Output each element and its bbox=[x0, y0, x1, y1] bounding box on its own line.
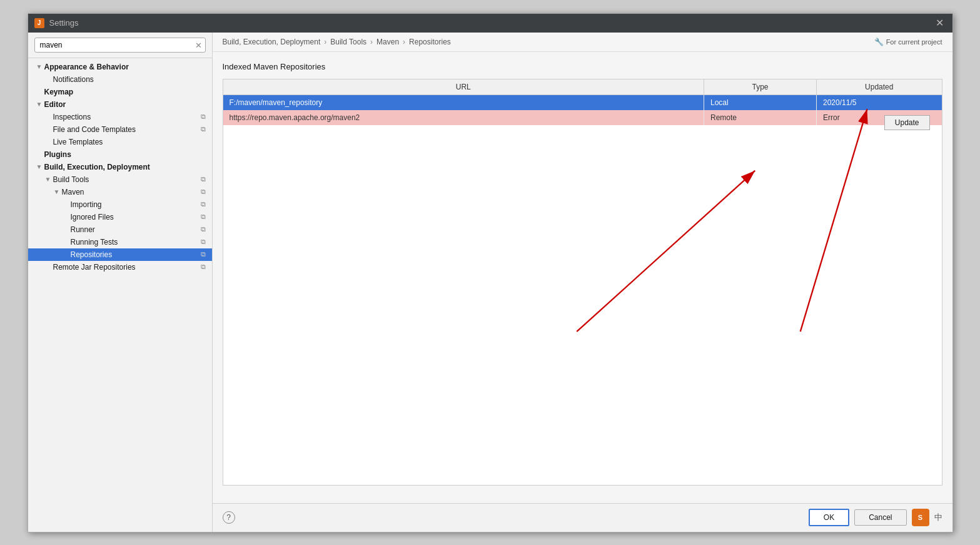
table-header-row: URL Type Updated bbox=[223, 79, 942, 95]
copy-icon: ⧉ bbox=[201, 175, 206, 183]
lang-icon: 中 bbox=[934, 512, 942, 523]
copy-icon: ⧉ bbox=[201, 213, 206, 221]
table-container: URL Type Updated F:/maven/maven_reposito… bbox=[223, 79, 942, 486]
cell-type: Remote bbox=[704, 110, 817, 125]
window-title: Settings bbox=[49, 18, 79, 28]
copy-icon: ⧉ bbox=[201, 225, 206, 233]
project-link-label: For current project bbox=[886, 38, 942, 46]
sidebar-item-label: Keymap bbox=[44, 88, 74, 96]
sidebar-item-label: Live Templates bbox=[53, 138, 103, 146]
sidebar-item-remote-jar[interactable]: Remote Jar Repositories ⧉ bbox=[28, 261, 212, 273]
sidebar-item-build-tools[interactable]: ▼ Build Tools ⧉ bbox=[28, 173, 212, 186]
search-clear-icon[interactable]: ✕ bbox=[195, 40, 202, 49]
sidebar-item-appearance[interactable]: ▼ Appearance & Behavior bbox=[28, 61, 212, 73]
breadcrumb-part-4: Repositories bbox=[409, 38, 451, 46]
content-area: Indexed Maven Repositories Update URL Ty… bbox=[213, 52, 952, 503]
titlebar-left: J Settings bbox=[34, 18, 79, 28]
sidebar-item-label: Appearance & Behavior bbox=[44, 63, 129, 71]
copy-icon: ⧉ bbox=[201, 125, 206, 133]
sidebar-item-importing[interactable]: Importing ⧉ bbox=[28, 198, 212, 211]
sidebar-item-ignored-files[interactable]: Ignored Files ⧉ bbox=[28, 211, 212, 223]
sidebar: ✕ ▼ Appearance & Behavior Notifications bbox=[28, 33, 213, 532]
copy-icon: ⧉ bbox=[201, 113, 206, 121]
triangle-icon: ▼ bbox=[36, 163, 43, 170]
breadcrumb-part-2: Build Tools bbox=[330, 38, 366, 46]
sidebar-item-notifications[interactable]: Notifications bbox=[28, 73, 212, 86]
app-icon: J bbox=[34, 18, 44, 28]
copy-icon: ⧉ bbox=[201, 263, 206, 271]
close-button[interactable]: ✕ bbox=[934, 17, 946, 29]
cell-updated: 2020/11/5 bbox=[817, 94, 942, 110]
sidebar-item-label: Build, Execution, Deployment bbox=[44, 163, 150, 171]
ok-button[interactable]: OK bbox=[809, 509, 849, 526]
help-button[interactable]: ? bbox=[223, 511, 235, 524]
cell-url: F:/maven/maven_repository bbox=[223, 94, 704, 110]
table-row[interactable]: https://repo.maven.apache.org/maven2 Rem… bbox=[223, 110, 942, 125]
titlebar: J Settings ✕ bbox=[28, 14, 952, 33]
breadcrumb-sep-2: › bbox=[370, 38, 373, 46]
sidebar-item-label: Importing bbox=[71, 200, 102, 209]
sidebar-item-keymap[interactable]: Keymap bbox=[28, 86, 212, 98]
sidebar-item-label: Remote Jar Repositories bbox=[53, 263, 136, 272]
section-title: Indexed Maven Repositories bbox=[223, 62, 942, 71]
settings-window: J Settings ✕ ✕ ▼ Appearance & Behavior bbox=[28, 13, 953, 532]
sogou-icon: S bbox=[912, 509, 929, 526]
copy-icon: ⧉ bbox=[201, 250, 206, 258]
breadcrumb-sep-3: › bbox=[403, 38, 405, 46]
triangle-icon: ▼ bbox=[36, 101, 43, 108]
sidebar-item-label: Plugins bbox=[44, 150, 71, 159]
sidebar-item-label: Running Tests bbox=[71, 238, 118, 247]
sidebar-item-label: Editor bbox=[44, 100, 66, 109]
sidebar-item-label: Maven bbox=[62, 188, 84, 196]
search-box: ✕ bbox=[28, 33, 212, 58]
cell-type: Local bbox=[704, 94, 817, 110]
triangle-icon bbox=[36, 151, 43, 158]
right-panel: Build, Execution, Deployment › Build Too… bbox=[213, 33, 952, 532]
sidebar-item-repositories[interactable]: Repositories ⧉ bbox=[28, 248, 212, 261]
sidebar-item-label: Build Tools bbox=[53, 175, 89, 184]
sidebar-item-build-execution[interactable]: ▼ Build, Execution, Deployment bbox=[28, 161, 212, 173]
breadcrumb: Build, Execution, Deployment › Build Too… bbox=[213, 33, 952, 52]
table-row[interactable]: F:/maven/maven_repository Local 2020/11/… bbox=[223, 94, 942, 110]
project-icon: 🔧 bbox=[874, 38, 884, 46]
breadcrumb-sep-1: › bbox=[324, 38, 326, 46]
sidebar-item-label: Ignored Files bbox=[71, 213, 114, 222]
col-url: URL bbox=[223, 79, 704, 95]
update-button[interactable]: Update bbox=[884, 115, 930, 130]
sidebar-item-label: File and Code Templates bbox=[53, 125, 136, 134]
col-updated: Updated bbox=[817, 79, 942, 95]
update-btn-container: Update bbox=[884, 115, 930, 130]
search-input[interactable] bbox=[34, 38, 206, 53]
sidebar-item-label: Runner bbox=[71, 225, 95, 234]
cell-url: https://repo.maven.apache.org/maven2 bbox=[223, 110, 704, 125]
bottom-bar: ? OK Cancel S 中 bbox=[213, 503, 952, 532]
sidebar-item-maven[interactable]: ▼ Maven ⧉ bbox=[28, 186, 212, 198]
sidebar-item-label: Notifications bbox=[53, 75, 94, 84]
sidebar-item-running-tests[interactable]: Running Tests ⧉ bbox=[28, 236, 212, 248]
triangle-icon: ▼ bbox=[36, 63, 43, 70]
sidebar-item-file-code-templates[interactable]: File and Code Templates ⧉ bbox=[28, 123, 212, 136]
project-link[interactable]: 🔧 For current project bbox=[874, 38, 942, 46]
triangle-icon bbox=[36, 88, 43, 95]
sidebar-item-runner[interactable]: Runner ⧉ bbox=[28, 223, 212, 236]
sidebar-item-live-templates[interactable]: Live Templates bbox=[28, 136, 212, 148]
sidebar-item-label: Repositories bbox=[71, 250, 113, 259]
copy-icon: ⧉ bbox=[201, 188, 206, 196]
triangle-icon: ▼ bbox=[44, 176, 52, 183]
sidebar-item-editor[interactable]: ▼ Editor bbox=[28, 98, 212, 111]
sidebar-item-label: Inspections bbox=[53, 113, 91, 121]
breadcrumb-part-3: Maven bbox=[376, 38, 399, 46]
col-type: Type bbox=[704, 79, 817, 95]
copy-icon: ⧉ bbox=[201, 200, 206, 208]
sidebar-item-inspections[interactable]: Inspections ⧉ bbox=[28, 111, 212, 123]
triangle-icon: ▼ bbox=[53, 188, 61, 195]
repo-table: URL Type Updated F:/maven/maven_reposito… bbox=[223, 79, 942, 125]
breadcrumb-part-1: Build, Execution, Deployment bbox=[223, 38, 321, 46]
cancel-button[interactable]: Cancel bbox=[854, 509, 906, 526]
search-wrapper: ✕ bbox=[34, 38, 206, 53]
main-content: ✕ ▼ Appearance & Behavior Notifications bbox=[28, 33, 952, 532]
nav-tree: ▼ Appearance & Behavior Notifications Ke… bbox=[28, 58, 212, 532]
copy-icon: ⧉ bbox=[201, 238, 206, 246]
sidebar-item-plugins[interactable]: Plugins bbox=[28, 148, 212, 161]
table-wrapper: Update URL Type Updated bbox=[223, 79, 942, 486]
